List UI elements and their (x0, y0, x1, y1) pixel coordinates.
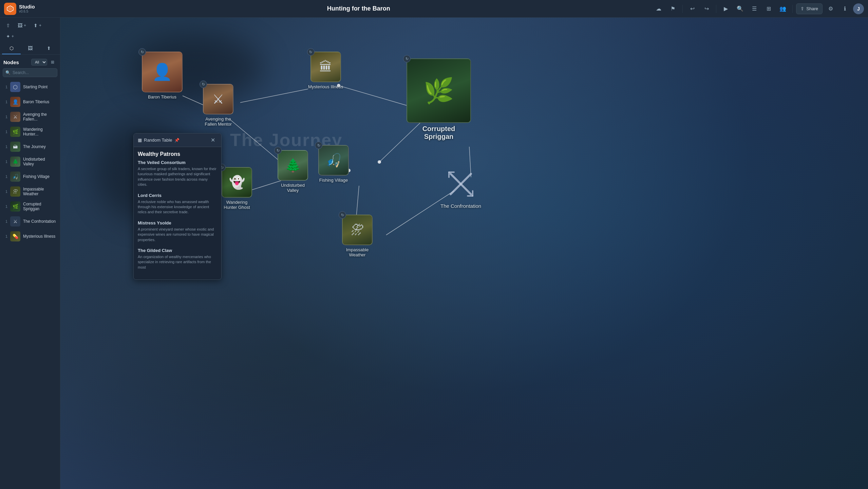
node-label-1: Baron Tiberius (23, 99, 49, 104)
tab-nodes[interactable]: ⬡ (2, 43, 21, 54)
sidebar-row-2: ✦ + (3, 32, 57, 41)
impassable-image: ⛈ (342, 215, 373, 245)
share-label: Share (806, 6, 818, 11)
export-tab-icon: ⬆ (47, 46, 51, 51)
fishing-image: 🎣 (318, 145, 349, 176)
topbar-divider-1 (682, 5, 683, 13)
topbar: Studio v0.6.5 Hunting for the Baron ☁ ⚑ … (0, 0, 868, 18)
node-label-0: Starting Point (23, 85, 48, 89)
sidebar: ⇧ 🖼 + ⬆ + ✦ + ⬡ (0, 18, 60, 489)
node-item-9[interactable]: 1 ⚔ The Confrontation (2, 214, 58, 229)
list-button[interactable]: ☰ (748, 3, 760, 15)
node-item-10[interactable]: 1 💊 Mysterious Illness (2, 229, 58, 243)
map-node-undisturbed[interactable]: ↻ 🌲 UndisturbedValley (278, 150, 308, 193)
map-node-impassable[interactable]: ↻ ⛈ ImpassableWeather (342, 215, 373, 257)
map-canvas[interactable]: The Journey (60, 18, 868, 489)
users-button[interactable]: 👥 (777, 3, 789, 15)
node-thumb-5: 🌲 (10, 157, 20, 167)
corrupted-refresh[interactable]: ↻ (403, 55, 411, 62)
rtp-close-button[interactable]: ✕ (209, 136, 217, 144)
search-input[interactable] (3, 68, 57, 77)
nodes-tab-icon: ⬡ (10, 46, 14, 51)
search-button[interactable]: 🔍 (734, 3, 746, 15)
node-label-8: Corrupted Spriggan (23, 202, 57, 211)
swords-icon (446, 169, 476, 199)
tab-export[interactable]: ⬆ (39, 43, 58, 54)
search-icon: 🔍 (5, 70, 11, 75)
document-title: Hunting for the Baron (327, 5, 390, 12)
table-icon: ▦ (138, 138, 142, 143)
node-item-6[interactable]: 1 🎣 Fishing Village (2, 169, 58, 184)
node-item-5[interactable]: 1 🌲 Undisturbed Valley (2, 155, 58, 169)
node-thumb-1: 👤 (10, 97, 20, 107)
undo-button[interactable]: ↩ (686, 3, 698, 15)
nodes-title: Nodes (3, 59, 19, 65)
wandering-image: 👻 (222, 167, 252, 198)
map-node-illness[interactable]: ↻ 🏛 Mysterious Illness (308, 52, 343, 89)
node-num-10: 1 (3, 234, 7, 238)
map-node-confrontation[interactable]: The Confrontation (440, 167, 481, 209)
grid-view-button[interactable]: ⊞ (49, 58, 57, 66)
undisturbed-refresh[interactable]: ↻ (274, 147, 282, 154)
avenging-icon: ⚔ (204, 85, 233, 114)
node-item-4[interactable]: 1 🏔 The Journey (2, 140, 58, 154)
topbar-right: ☁ ⚑ ↩ ↪ ▶ 🔍 ☰ ⊞ 👥 ⇧ Share ⚙ ℹ J (653, 3, 864, 15)
node-item-2[interactable]: 1 ⚔ Avenging the Fallen... (2, 110, 58, 124)
node-num-0: 1 (3, 85, 7, 89)
illness-image: 🏛 (310, 52, 341, 82)
undisturbed-image: 🌲 (278, 150, 308, 181)
map-node-wandering[interactable]: ↻ 👻 WanderingHunter Ghost (222, 167, 252, 210)
images-tab-icon: 🖼 (28, 46, 33, 51)
illness-refresh[interactable]: ↻ (307, 48, 315, 56)
node-num-2: 1 (3, 115, 7, 119)
fishing-wrapper: ↻ 🎣 (318, 145, 349, 176)
node-item-1[interactable]: 1 👤 Baron Tiberius (2, 95, 58, 109)
impassable-refresh[interactable]: ↻ (339, 211, 346, 219)
baron-refresh[interactable]: ↻ (138, 48, 146, 56)
share-sidebar-button[interactable]: ⇧ (3, 21, 13, 30)
node-item-7[interactable]: 1 ⛈ Impassable Weather (2, 184, 58, 199)
avenging-wrapper: ↻ ⚔ (203, 84, 233, 114)
share-button[interactable]: ⇧ Share (796, 3, 823, 14)
random-table-panel: ▦ Random Table 📌 ✕ Wealthy Patrons The V… (133, 133, 222, 280)
fishing-refresh[interactable]: ↻ (315, 142, 322, 149)
map-node-corrupted[interactable]: ↻ 🌿 CorruptedSpriggan (407, 58, 471, 141)
topbar-center: Hunting for the Baron (64, 5, 653, 12)
nodes-filter: All ⊞ (31, 58, 57, 66)
info-button[interactable]: ℹ (839, 3, 851, 15)
cloud-button[interactable]: ☁ (653, 3, 665, 15)
filter-select[interactable]: All (31, 59, 47, 66)
node-label-6: Fishing Village (23, 174, 50, 179)
magic-button[interactable]: ✦ + (3, 32, 17, 41)
redo-button[interactable]: ↪ (700, 3, 713, 15)
play-button[interactable]: ▶ (720, 3, 732, 15)
rtp-entry-1: Lord Cerris A reclusive noble who has am… (138, 193, 217, 215)
map-node-fishing[interactable]: ↻ 🎣 Fishing Village (318, 145, 349, 183)
rtp-entry-name-0: The Veiled Consortium (138, 160, 217, 165)
settings-button[interactable]: ⚙ (825, 3, 837, 15)
add-image-button[interactable]: 🖼 + (15, 21, 29, 30)
node-item-0[interactable]: 1 ⬡ Starting Point (2, 80, 58, 94)
node-item-8[interactable]: 1 🌿 Corrupted Spriggan (2, 199, 58, 214)
rtp-entry-desc-0: A secretive group of silk traders, known… (138, 166, 217, 187)
map-node-avenging[interactable]: ↻ ⚔ Avenging theFallen Mentor (203, 84, 233, 127)
node-item-3[interactable]: 1 🌿 Wandering Hunter... (2, 125, 58, 139)
rtp-entry-0: The Veiled Consortium A secretive group … (138, 160, 217, 187)
tab-images[interactable]: 🖼 (21, 43, 39, 54)
share-sidebar-icon: ⇧ (6, 23, 10, 28)
app-version: v0.6.5 (19, 10, 35, 13)
map-node-baron[interactable]: ↻ 👤 Baron Tiberius (142, 52, 183, 99)
export-button[interactable]: ⬆ + (31, 21, 44, 30)
baron-wrapper: ↻ 👤 (142, 52, 183, 92)
rtp-entry-name-3: The Gilded Claw (138, 248, 217, 253)
hierarchy-button[interactable]: ⊞ (762, 3, 775, 15)
illness-label: Mysterious Illness (308, 84, 343, 89)
node-thumb-0: ⬡ (10, 82, 20, 92)
baron-image: 👤 (142, 52, 183, 92)
user-avatar[interactable]: J (853, 3, 864, 14)
avenging-refresh[interactable]: ↻ (200, 80, 207, 88)
baron-icon: 👤 (143, 52, 182, 92)
corrupted-image: 🌿 (407, 58, 471, 123)
flag-button[interactable]: ⚑ (667, 3, 679, 15)
wandering-label: WanderingHunter Ghost (224, 200, 250, 210)
